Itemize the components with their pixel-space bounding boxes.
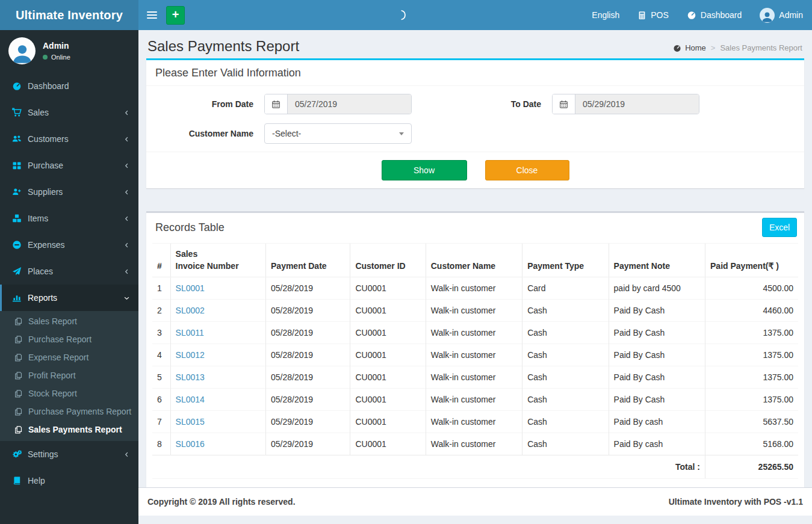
paid-payment-cell: 5637.50	[705, 411, 798, 433]
cubes-icon	[12, 214, 22, 223]
documents-icon	[14, 317, 23, 326]
calendar-icon[interactable]	[265, 94, 288, 114]
payment-type-cell: Cash	[522, 366, 609, 389]
invoice-link[interactable]: SL0002	[176, 306, 205, 315]
submenu-sales-report[interactable]: Sales Report	[0, 312, 138, 330]
invoice-cell: SL0016	[170, 433, 265, 455]
gauge-icon	[687, 10, 696, 20]
customer-name-cell: Walk-in customer	[426, 433, 522, 455]
customer-select[interactable]: -Select-	[264, 123, 412, 144]
sidebar: Admin Online Dashboard Sales Customers P…	[0, 30, 138, 524]
table-row: 2 SL0002 05/28/2019 CU0001 Walk-in custo…	[152, 300, 798, 322]
submenu-stock-report[interactable]: Stock Report	[0, 384, 138, 402]
chevron-left-icon	[123, 242, 130, 248]
customer-id-cell: CU0001	[350, 433, 426, 455]
submenu-purchase-report[interactable]: Purchase Report	[0, 330, 138, 348]
payment-type-cell: Cash	[522, 389, 609, 411]
customer-name-cell: Walk-in customer	[426, 366, 522, 389]
invoice-link[interactable]: SL0011	[176, 328, 204, 338]
from-date-input[interactable]	[288, 94, 411, 114]
table-row: 8 SL0016 05/29/2019 CU0001 Walk-in custo…	[152, 433, 798, 455]
invoice-link[interactable]: SL0016	[176, 439, 205, 449]
version-text: Ultimate Inventory with POS -v1.1	[669, 497, 803, 507]
payment-note-cell: Paid By Cash	[609, 366, 705, 389]
quick-add-button[interactable]: +	[166, 6, 185, 25]
sidebar-item-settings[interactable]: Settings	[0, 441, 138, 467]
sidebar-item-expenses[interactable]: Expenses	[0, 232, 138, 258]
invoice-link[interactable]: SL0012	[176, 350, 205, 360]
submenu-expense-report[interactable]: Expense Report	[0, 348, 138, 366]
show-button[interactable]: Show	[382, 160, 467, 180]
sidebar-toggle-button[interactable]	[138, 0, 165, 30]
payment-note-cell: Paid By Cash	[609, 344, 705, 366]
paper-plane-icon	[12, 267, 22, 276]
invoice-link[interactable]: SL0014	[176, 395, 205, 404]
gauge-icon	[673, 44, 681, 52]
column-header: Payment Date	[266, 244, 350, 277]
pos-link[interactable]: POS	[628, 0, 678, 30]
breadcrumb-separator: >	[711, 43, 716, 52]
language-label: English	[592, 10, 619, 20]
row-number-cell: 6	[152, 389, 170, 411]
submenu-sales-payments-report[interactable]: Sales Payments Report	[0, 421, 138, 439]
sidebar-item-dashboard[interactable]: Dashboard	[0, 73, 138, 99]
invoice-link[interactable]: SL0013	[176, 372, 205, 382]
table-row: 6 SL0014 05/28/2019 CU0001 Walk-in custo…	[152, 389, 798, 411]
chevron-left-icon	[123, 162, 130, 169]
sidebar-item-customers[interactable]: Customers	[0, 126, 138, 152]
documents-icon	[14, 371, 23, 380]
chevron-left-icon	[123, 136, 130, 143]
language-menu[interactable]: English	[583, 0, 628, 30]
moon-icon[interactable]	[396, 9, 408, 21]
payment-date-cell: 05/28/2019	[266, 344, 350, 366]
row-number-cell: 1	[152, 277, 170, 300]
sidebar-item-purchase[interactable]: Purchase	[0, 152, 138, 179]
customer-name-cell: Walk-in customer	[426, 411, 522, 433]
column-header: Payment Note	[609, 244, 705, 277]
documents-icon	[14, 389, 23, 398]
sidebar-item-help[interactable]: Help	[0, 467, 138, 494]
total-value: 25265.50	[705, 455, 798, 479]
row-number-cell: 3	[152, 322, 170, 344]
chevron-left-icon	[123, 109, 130, 116]
submenu-profit-report[interactable]: Profit Report	[0, 366, 138, 384]
sidebar-item-sales[interactable]: Sales	[0, 99, 138, 126]
paid-payment-cell: 5168.00	[705, 433, 798, 455]
to-date-group	[552, 94, 699, 114]
customer-id-cell: CU0001	[350, 389, 426, 411]
minus-circle-icon	[12, 240, 22, 250]
paid-payment-cell: 1375.00	[705, 366, 798, 389]
customer-id-cell: CU0001	[350, 277, 426, 300]
user-menu[interactable]: Admin	[751, 0, 812, 30]
invoice-link[interactable]: SL0001	[176, 283, 205, 293]
payment-date-cell: 05/28/2019	[266, 300, 350, 322]
to-date-input[interactable]	[575, 94, 699, 114]
sidebar-item-places[interactable]: Places	[0, 258, 138, 285]
breadcrumb-home-link[interactable]: Home	[673, 43, 706, 52]
paid-payment-cell: 1375.00	[705, 344, 798, 366]
sidebar-item-items[interactable]: Items	[0, 205, 138, 232]
customer-id-cell: CU0001	[350, 411, 426, 433]
payment-type-cell: Cash	[522, 411, 609, 433]
close-button[interactable]: Close	[485, 160, 569, 180]
invoice-link[interactable]: SL0015	[176, 417, 205, 427]
customer-name-cell: Walk-in customer	[426, 344, 522, 366]
sidebar-user-status[interactable]: Online	[43, 54, 70, 61]
table-row: 4 SL0012 05/28/2019 CU0001 Walk-in custo…	[152, 344, 798, 366]
payment-type-cell: Card	[522, 277, 609, 300]
dashboard-link[interactable]: Dashboard	[678, 0, 751, 30]
calendar-icon[interactable]	[553, 94, 575, 114]
payment-date-cell: 05/28/2019	[266, 322, 350, 344]
payment-date-cell: 05/28/2019	[266, 277, 350, 300]
customer-id-cell: CU0001	[350, 366, 426, 389]
invoice-cell: SL0015	[170, 411, 265, 433]
app-logo[interactable]: Ultimate Inventory	[0, 0, 138, 30]
excel-export-button[interactable]: Excel	[762, 218, 797, 237]
table-row: 5 SL0013 05/28/2019 CU0001 Walk-in custo…	[152, 366, 798, 389]
total-label: Total :	[609, 455, 705, 479]
sidebar-item-suppliers[interactable]: Suppliers	[0, 179, 138, 205]
payment-type-cell: Cash	[522, 344, 609, 366]
sidebar-avatar[interactable]	[8, 37, 36, 64]
sidebar-item-reports[interactable]: Reports	[0, 285, 138, 311]
submenu-purchase-payments-report[interactable]: Purchase Payments Report	[0, 402, 138, 421]
